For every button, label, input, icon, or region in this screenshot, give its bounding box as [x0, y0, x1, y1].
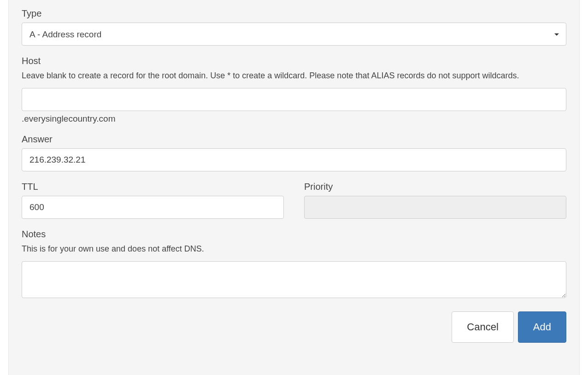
- type-group: Type A - Address record: [22, 8, 566, 46]
- host-label: Host: [22, 56, 566, 66]
- button-row: Cancel Add: [22, 311, 566, 343]
- ttl-group: TTL: [22, 182, 284, 219]
- notes-textarea[interactable]: [22, 261, 566, 298]
- type-select[interactable]: A - Address record: [22, 23, 566, 46]
- type-select-wrap: A - Address record: [22, 23, 566, 46]
- ttl-input[interactable]: [22, 196, 284, 219]
- priority-input: [304, 196, 566, 219]
- host-input[interactable]: [22, 88, 566, 111]
- answer-input[interactable]: [22, 148, 566, 171]
- ttl-priority-row: TTL Priority: [22, 182, 566, 229]
- priority-group: Priority: [304, 182, 566, 219]
- answer-label: Answer: [22, 134, 566, 145]
- host-help-text: Leave blank to create a record for the r…: [22, 70, 566, 82]
- host-suffix: .everysinglecountry.com: [22, 114, 566, 124]
- dns-record-form: Type A - Address record Host Leave blank…: [8, 0, 580, 375]
- priority-label: Priority: [304, 182, 566, 192]
- answer-group: Answer: [22, 134, 566, 171]
- type-label: Type: [22, 8, 566, 19]
- cancel-button[interactable]: Cancel: [452, 311, 513, 343]
- ttl-label: TTL: [22, 182, 284, 192]
- notes-help-text: This is for your own use and does not af…: [22, 243, 566, 255]
- notes-group: Notes This is for your own use and does …: [22, 229, 566, 300]
- host-group: Host Leave blank to create a record for …: [22, 56, 566, 124]
- notes-label: Notes: [22, 229, 566, 240]
- add-button[interactable]: Add: [518, 311, 566, 343]
